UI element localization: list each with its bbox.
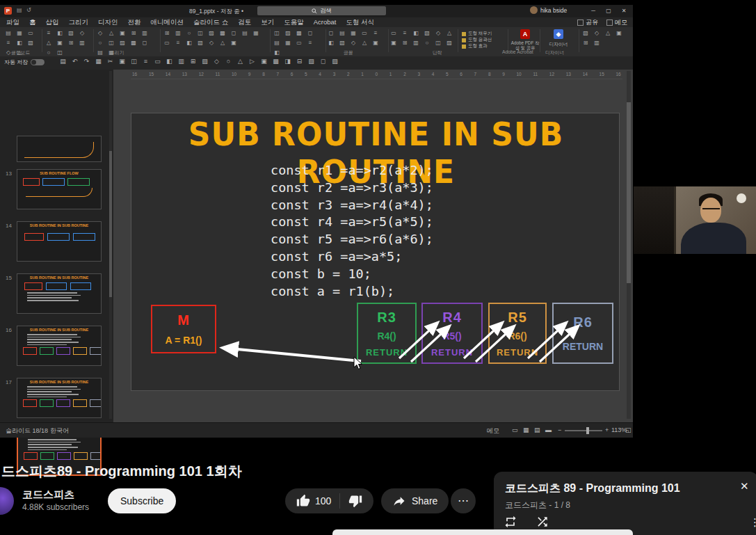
slide-thumbnail-15[interactable]: SUB ROUTINE IN SUB ROUTINE <box>17 273 102 314</box>
ribbon-icon[interactable]: ◧ <box>56 29 64 38</box>
playlist-more-icon[interactable]: ⋮ <box>750 516 756 529</box>
ribbon-icon[interactable]: ⊞ <box>129 29 138 38</box>
ribbon-icon[interactable]: ▩ <box>129 39 138 47</box>
ribbon-icon[interactable]: ▧ <box>581 29 590 38</box>
ribbon-icon[interactable]: ⊞ <box>581 39 590 47</box>
ribbon-icon[interactable]: ⊞ <box>67 39 75 47</box>
ribbon-icon[interactable]: ◧ <box>15 39 24 47</box>
ribbon-icon[interactable]: ◇ <box>78 29 86 38</box>
ribbon-icon[interactable]: ▣ <box>371 39 380 47</box>
canvas-scrollbar-thumb[interactable] <box>627 102 631 283</box>
qat-icon[interactable]: ◇ <box>212 58 221 65</box>
account-area[interactable]: hika bside <box>530 6 567 14</box>
ribbon-icon[interactable]: ▥ <box>174 29 182 38</box>
qat-icon[interactable]: ▭ <box>153 58 162 65</box>
designer-button[interactable]: ◆ 디자이너 <box>542 29 574 48</box>
ribbon-icon[interactable]: ▧ <box>196 39 204 47</box>
ribbon-icon[interactable]: ▭ <box>389 29 398 38</box>
zoom-level[interactable]: 113% <box>611 426 627 433</box>
ribbon-icon[interactable]: ▦ <box>252 29 260 38</box>
like-button[interactable]: 100 <box>285 494 339 508</box>
ribbon-icon[interactable]: ▥ <box>593 39 601 47</box>
routine-box-R4[interactable]: R4R5()RETURN <box>421 303 483 364</box>
slide-sorter-icon[interactable]: ▦ <box>523 426 529 433</box>
ribbon-icon[interactable]: ≡ <box>371 29 380 38</box>
ribbon-icon[interactable]: ≡ <box>401 29 409 38</box>
fit-slide-button[interactable]: ◱ <box>625 426 632 433</box>
slide-thumbnail-13[interactable]: SUB ROUTINE FLOW <box>17 169 102 209</box>
ribbon-icon[interactable]: ▩ <box>218 29 227 38</box>
shape-style-row[interactable]: 도형 윤곽선 <box>462 37 492 43</box>
ribbon-icon[interactable]: ◇ <box>349 39 357 47</box>
comments-button[interactable]: 메모 <box>606 18 627 27</box>
ribbon-icon[interactable]: ▦ <box>284 39 292 47</box>
qat-icon[interactable]: ▩ <box>271 58 280 65</box>
ribbon-icon[interactable]: ◇ <box>96 29 104 38</box>
ribbon-icon[interactable]: ◧ <box>185 39 193 47</box>
ribbon-icon[interactable]: ○ <box>185 29 193 38</box>
playlist-close-icon[interactable]: ✕ <box>740 480 749 493</box>
adobe-pdf-button[interactable]: A Adobe PDF 작성 및 공유 <box>510 29 540 50</box>
routine-box-R3[interactable]: R3R4()RETURN <box>357 303 417 364</box>
ribbon-icon[interactable]: ▦ <box>15 29 24 38</box>
qat-icon[interactable]: ▨ <box>330 58 339 65</box>
search-box[interactable]: 검색 <box>257 6 386 15</box>
shape-style-row[interactable]: 도형 효과 <box>462 43 488 49</box>
ribbon-icon[interactable]: ○ <box>423 39 431 47</box>
ribbon-icon[interactable]: ▩ <box>295 29 303 38</box>
ribbon-icon[interactable]: ≡ <box>4 39 13 47</box>
notes-button[interactable]: 메모 <box>487 426 499 436</box>
ribbon-icon[interactable]: ▤ <box>273 39 281 47</box>
normal-view-icon[interactable]: ▭ <box>512 426 518 433</box>
ribbon-icon[interactable]: ◫ <box>273 29 281 38</box>
language-indicator[interactable]: 한국어 <box>50 426 69 436</box>
ribbon-icon[interactable]: ◧ <box>327 39 335 47</box>
ribbon-icon[interactable]: ▥ <box>140 29 149 38</box>
qat-icon[interactable]: ▣ <box>118 58 127 65</box>
undo-icon[interactable]: ↺ <box>26 7 31 13</box>
channel-avatar[interactable] <box>0 487 14 515</box>
close-button[interactable]: ✕ <box>618 5 630 17</box>
routine-box-R5[interactable]: R5R6()RETURN <box>488 303 547 364</box>
thumbnail-scrollbar-thumb[interactable] <box>109 151 112 297</box>
slide-thumbnail-14[interactable]: SUB ROUTINE IN SUB ROUTINE <box>17 221 102 262</box>
ribbon-icon[interactable]: ≡ <box>45 29 53 38</box>
zoom-slider-track[interactable] <box>565 430 602 431</box>
ribbon-icon[interactable]: △ <box>218 39 227 47</box>
ribbon-icon[interactable]: ≡ <box>306 39 314 47</box>
ribbon-icon[interactable]: ◇ <box>434 29 442 38</box>
qat-icon[interactable]: ◨ <box>283 58 292 65</box>
ribbon-icon[interactable]: ▨ <box>207 29 216 38</box>
autosave-control[interactable]: 자동 저장 <box>4 58 45 66</box>
save-icon[interactable]: ▤ <box>17 7 22 13</box>
ribbon-icon[interactable]: ○ <box>96 39 104 47</box>
ribbon-icon[interactable]: ▤ <box>338 29 346 38</box>
ribbon-icon[interactable]: ▣ <box>389 39 398 47</box>
qat-icon[interactable]: ▣ <box>259 58 268 65</box>
ribbon-icon[interactable]: ▭ <box>26 29 35 38</box>
ribbon-icon[interactable]: ◇ <box>593 29 601 38</box>
shape-style-row[interactable]: 도형 채우기 <box>462 31 492 37</box>
ribbon-icon[interactable]: ▨ <box>284 29 292 38</box>
ribbon-icon[interactable]: ▨ <box>445 39 453 47</box>
zoom-slider-knob[interactable] <box>586 427 589 434</box>
qat-icon[interactable]: ↶ <box>70 58 79 65</box>
ribbon-icon[interactable]: ⊞ <box>401 39 409 47</box>
slide-thumbnail-16[interactable]: SUB ROUTINE IN SUB ROUTINE <box>17 326 102 366</box>
routine-box-R6[interactable]: R6RETURN <box>552 303 613 364</box>
ribbon-icon[interactable]: ▧ <box>67 29 75 38</box>
ribbon-icon[interactable]: △ <box>604 29 612 38</box>
ribbon-icon[interactable]: ◫ <box>434 39 442 47</box>
ribbon-icon[interactable]: ◻ <box>306 29 314 38</box>
autosave-toggle[interactable] <box>31 59 45 65</box>
ribbon-icon[interactable]: ▦ <box>349 29 357 38</box>
qat-icon[interactable]: ◻ <box>319 58 328 65</box>
qat-icon[interactable]: ↷ <box>82 58 91 65</box>
ribbon-icon[interactable]: △ <box>360 39 369 47</box>
powerpoint-app-icon[interactable]: P <box>4 7 12 15</box>
routine-box-M[interactable]: MA = R1() <box>151 305 216 353</box>
ribbon-icon[interactable]: △ <box>107 29 115 38</box>
reading-view-icon[interactable]: ▤ <box>534 426 540 433</box>
qat-icon[interactable]: ◫ <box>129 58 138 65</box>
qat-icon[interactable]: ▥ <box>177 58 186 65</box>
